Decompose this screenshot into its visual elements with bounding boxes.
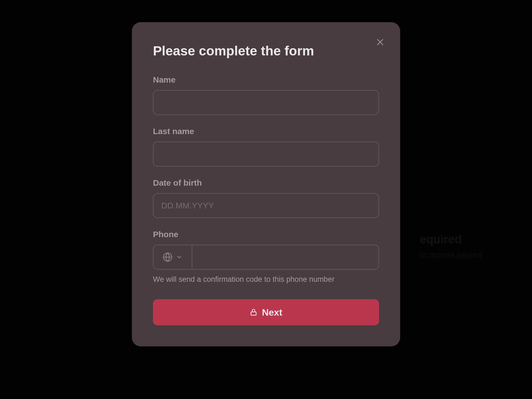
dob-label: Date of birth [153, 178, 379, 188]
close-button[interactable] [374, 35, 387, 49]
phone-label: Phone [153, 230, 379, 239]
phone-input[interactable] [192, 245, 378, 269]
name-input[interactable] [153, 90, 379, 115]
lock-icon [250, 308, 257, 316]
svg-rect-4 [251, 312, 256, 315]
phone-input-row [153, 245, 379, 270]
chevron-down-icon [176, 254, 183, 260]
phone-helper-text: We will send a confirmation code to this… [153, 275, 379, 284]
close-icon [376, 38, 385, 47]
lastname-label: Last name [153, 127, 379, 136]
next-button-label: Next [262, 307, 282, 318]
name-label: Name [153, 75, 379, 85]
next-button[interactable]: Next [153, 299, 379, 325]
lastname-field-group: Last name [153, 127, 379, 167]
form-modal: Please complete the form Name Last name … [132, 22, 400, 346]
country-code-selector[interactable] [154, 245, 192, 269]
dob-field-group: Date of birth [153, 178, 379, 218]
modal-title: Please complete the form [153, 43, 379, 58]
globe-icon [163, 252, 173, 262]
name-field-group: Name [153, 75, 379, 115]
phone-field-group: Phone We will send a confirmation code t… [153, 230, 379, 284]
dob-input[interactable] [153, 193, 379, 218]
lastname-input[interactable] [153, 142, 379, 167]
